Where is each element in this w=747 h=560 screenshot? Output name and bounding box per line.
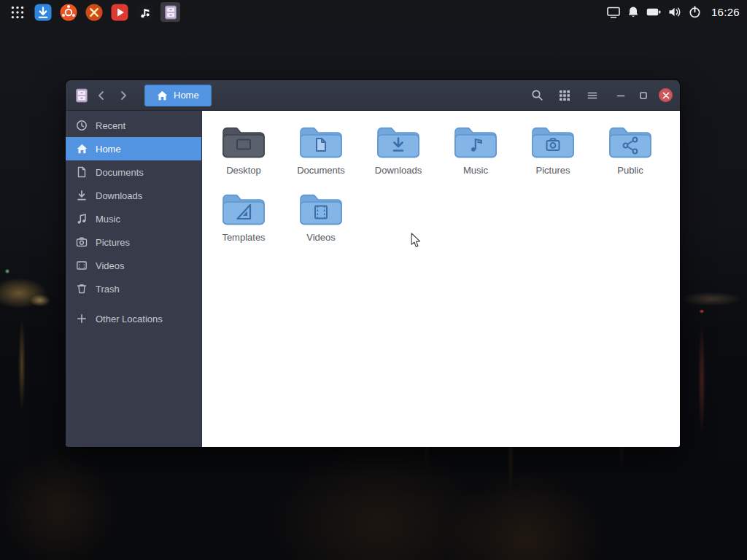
path-bar-home-button[interactable]: Home	[144, 85, 212, 106]
file-item-documents[interactable]: Documents	[282, 118, 360, 185]
home-icon	[157, 90, 168, 101]
file-item-label: Templates	[222, 232, 265, 243]
file-item-videos[interactable]: Videos	[282, 185, 360, 252]
sidebar-item-label: Music	[96, 214, 120, 225]
taskbar-launchers	[7, 2, 180, 22]
system-tray: 16:26	[607, 6, 740, 19]
file-item-desktop[interactable]: Desktop	[205, 118, 282, 185]
file-item-label: Videos	[306, 232, 336, 243]
grid-view-button[interactable]	[551, 85, 578, 106]
power-icon[interactable]	[689, 6, 701, 19]
battery-icon[interactable]	[646, 6, 661, 19]
file-view[interactable]: DesktopDocumentsDownloadsMusicPicturesPu…	[202, 111, 680, 447]
search-button[interactable]	[523, 85, 551, 106]
top-panel: 16:26	[0, 0, 747, 24]
sidebar: RecentHomeDocumentsDownloadsMusicPicture…	[66, 111, 202, 447]
maximize-button[interactable]	[636, 88, 650, 102]
app-grid-button[interactable]	[7, 2, 27, 22]
file-item-music[interactable]: Music	[437, 118, 514, 185]
ubuntu-app-icon	[60, 4, 77, 21]
sidebar-item-label: Documents	[96, 167, 144, 178]
volume-icon[interactable]	[668, 6, 681, 19]
sidebar-item-other-locations[interactable]: Other Locations	[66, 307, 201, 330]
clock[interactable]: 16:26	[711, 6, 740, 18]
sidebar-item-label: Recent	[96, 120, 125, 131]
close-button[interactable]	[659, 88, 673, 102]
file-item-label: Desktop	[226, 165, 261, 176]
files-app-icon	[73, 87, 90, 104]
minimize-icon	[616, 90, 626, 101]
file-item-label: Music	[463, 165, 488, 176]
launcher-downloader[interactable]	[33, 2, 53, 22]
window-controls	[614, 88, 673, 102]
file-item-public[interactable]: Public	[592, 118, 669, 185]
sidebar-item-videos[interactable]: Videos	[66, 254, 201, 277]
templates-folder-icon	[220, 190, 267, 228]
launcher-music[interactable]	[135, 2, 155, 22]
pictures-folder-icon	[530, 122, 576, 160]
sidebar-item-label: Trash	[96, 284, 120, 295]
music-app-icon	[136, 4, 154, 21]
videos-icon	[76, 260, 88, 271]
launcher-files[interactable]	[160, 2, 180, 22]
headerbar-actions	[523, 85, 606, 106]
status-icons	[607, 6, 701, 19]
cross-app-icon	[85, 4, 103, 21]
maximize-icon	[638, 90, 649, 101]
sidebar-item-home[interactable]: Home	[66, 137, 201, 160]
desktop-screen: 16:26 Home RecentHomeDocumentsDownloadsM…	[0, 0, 747, 560]
file-item-templates[interactable]: Templates	[205, 185, 282, 252]
launcher-game[interactable]	[84, 2, 104, 22]
file-grid: DesktopDocumentsDownloadsMusicPicturesPu…	[205, 118, 677, 252]
launcher-media-player[interactable]	[109, 2, 129, 22]
sidebar-item-trash[interactable]: Trash	[66, 277, 201, 300]
forward-button[interactable]	[112, 85, 134, 106]
sidebar-item-label: Pictures	[96, 237, 130, 248]
minimize-button[interactable]	[614, 88, 627, 102]
sidebar-item-label: Downloads	[96, 190, 142, 201]
documents-icon	[76, 166, 88, 178]
files-app-icon	[163, 4, 179, 20]
file-item-label: Pictures	[536, 165, 570, 176]
path-label: Home	[174, 90, 199, 101]
videos-folder-icon	[298, 190, 344, 228]
plus-icon	[76, 313, 88, 324]
recent-icon	[76, 120, 88, 131]
desktop-folder-icon	[220, 122, 267, 160]
sidebar-item-downloads[interactable]: Downloads	[66, 184, 201, 207]
display-icon[interactable]	[607, 6, 620, 19]
sidebar-item-music[interactable]: Music	[66, 207, 201, 230]
close-icon	[662, 92, 670, 99]
download-app-icon	[34, 4, 52, 21]
sidebar-item-recent[interactable]: Recent	[66, 114, 201, 137]
downloads-folder-icon	[375, 122, 422, 160]
music-icon	[76, 213, 88, 225]
music-folder-icon	[452, 122, 499, 160]
sidebar-item-label: Other Locations	[96, 314, 163, 324]
file-manager-window: Home RecentHomeDocumentsDownloadsMusicPi…	[66, 80, 680, 447]
downloads-icon	[76, 190, 88, 201]
sidebar-item-label: Videos	[96, 260, 125, 271]
grid-view-icon	[559, 90, 570, 101]
file-item-label: Downloads	[375, 165, 422, 176]
app-grid-icon	[10, 5, 25, 20]
file-item-label: Documents	[297, 165, 345, 176]
notifications-icon[interactable]	[627, 6, 639, 19]
file-item-pictures[interactable]: Pictures	[514, 118, 592, 185]
sidebar-item-label: Home	[96, 144, 121, 155]
headerbar: Home	[66, 80, 680, 111]
file-item-downloads[interactable]: Downloads	[360, 118, 437, 185]
menu-button[interactable]	[578, 85, 606, 106]
search-icon	[531, 89, 543, 101]
sidebar-item-documents[interactable]: Documents	[66, 160, 201, 184]
mediaplayer-app-icon	[111, 4, 128, 21]
sidebar-item-pictures[interactable]: Pictures	[66, 230, 201, 254]
public-folder-icon	[607, 122, 654, 160]
home-icon	[76, 143, 88, 155]
menu-icon	[587, 90, 598, 101]
documents-folder-icon	[298, 122, 344, 160]
trash-icon	[76, 283, 88, 295]
back-button[interactable]	[90, 85, 112, 106]
launcher-software-center[interactable]	[58, 2, 78, 22]
file-item-label: Public	[617, 165, 643, 176]
